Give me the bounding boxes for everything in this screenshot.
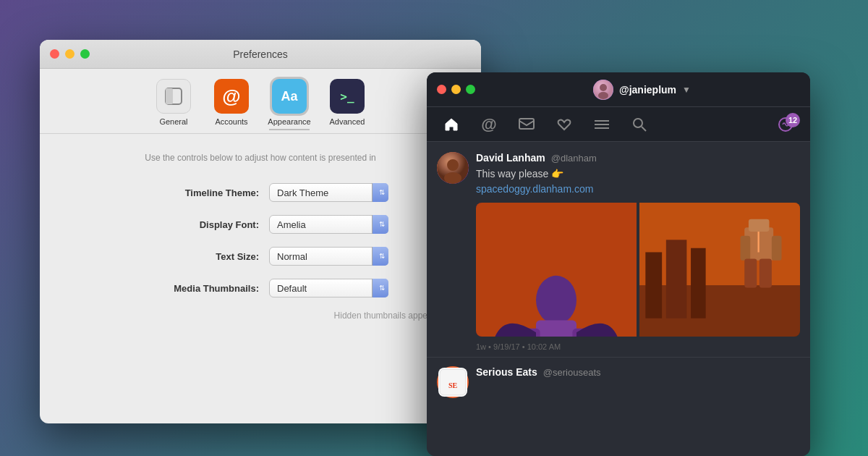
toolbar-item-advanced[interactable]: >_ Advanced bbox=[322, 79, 373, 126]
media-thumbnails-label: Media Thumbnails: bbox=[132, 283, 259, 294]
nav-home[interactable] bbox=[433, 110, 470, 139]
close-button[interactable] bbox=[50, 49, 59, 59]
tweet-image-right-top[interactable] bbox=[639, 203, 800, 337]
tweet-window: @janieplum ▼ @ bbox=[427, 72, 810, 456]
toolbar-item-appearance[interactable]: Aa Appearance bbox=[264, 79, 315, 126]
svg-point-9 bbox=[634, 119, 642, 127]
toolbar-item-accounts[interactable]: @ Accounts bbox=[206, 79, 257, 126]
tweet-author-avatar bbox=[437, 152, 469, 184]
user-avatar bbox=[593, 80, 613, 100]
accounts-label: Accounts bbox=[215, 117, 247, 126]
tweet-body: David Lanham @dlanham This way please 👉 … bbox=[476, 152, 800, 351]
appearance-label: Appearance bbox=[268, 117, 310, 126]
tweet-2-author-name: Serious Eats bbox=[476, 366, 537, 378]
tweet-username: @janieplum bbox=[619, 84, 676, 96]
search-icon bbox=[632, 117, 647, 132]
tweet-2-header: Serious Eats @seriouseats bbox=[476, 366, 800, 378]
prefs-content: Use the controls below to adjust how con… bbox=[40, 145, 481, 335]
svg-point-13 bbox=[447, 159, 459, 171]
window-controls bbox=[50, 49, 90, 59]
tweet-titlebar: @janieplum ▼ bbox=[427, 72, 810, 107]
svg-rect-41 bbox=[691, 248, 706, 318]
tweet-window-controls bbox=[437, 85, 475, 94]
svg-rect-39 bbox=[645, 252, 662, 318]
messages-icon bbox=[519, 118, 535, 131]
general-icon bbox=[163, 86, 184, 106]
text-size-select-wrapper: Normal Large Small ⇅ bbox=[269, 247, 388, 266]
media-thumbnails-select[interactable]: Default Hidden Always bbox=[269, 279, 388, 297]
tweet-nav: @ bbox=[427, 107, 810, 142]
nav-favorites[interactable] bbox=[545, 110, 583, 139]
prefs-title: Preferences bbox=[233, 48, 287, 60]
svg-rect-33 bbox=[749, 219, 770, 232]
accounts-icon-wrap: @ bbox=[214, 79, 249, 114]
tweet-user-header[interactable]: @janieplum ▼ bbox=[593, 80, 691, 100]
svg-text:SE: SE bbox=[448, 381, 458, 389]
tweet-images bbox=[476, 203, 800, 337]
text-size-row: Text Size: Normal Large Small ⇅ bbox=[61, 247, 459, 266]
appearance-icon: Aa bbox=[281, 89, 297, 104]
text-size-label: Text Size: bbox=[132, 251, 259, 262]
timeline-theme-select[interactable]: Dark Theme Light Theme bbox=[269, 183, 388, 202]
tweet-link[interactable]: spacedoggy.dlanham.com bbox=[476, 183, 593, 195]
media-thumbnails-select-wrapper: Default Hidden Always ⇅ bbox=[269, 279, 388, 297]
general-label: General bbox=[159, 117, 187, 126]
maximize-button[interactable] bbox=[80, 49, 90, 59]
svg-point-14 bbox=[444, 172, 461, 184]
svg-point-3 bbox=[600, 84, 607, 91]
author-avatar-image bbox=[437, 152, 469, 184]
toolbar-item-general[interactable]: General bbox=[148, 79, 199, 126]
accounts-icon: @ bbox=[222, 85, 240, 108]
tweet-item-2: SE Serious Eats @seriouseats bbox=[427, 358, 810, 407]
nav-mentions[interactable]: @ bbox=[470, 110, 508, 139]
svg-rect-37 bbox=[744, 259, 757, 288]
timeline-theme-select-wrapper: Dark Theme Light Theme ⇅ bbox=[269, 183, 388, 202]
advanced-icon: >_ bbox=[340, 90, 354, 104]
tweet-2-author-handle: @seriouseats bbox=[543, 367, 601, 378]
svg-rect-1 bbox=[166, 88, 173, 104]
advanced-label: Advanced bbox=[330, 117, 365, 126]
nav-messages[interactable] bbox=[508, 110, 545, 139]
tweet-maximize-button[interactable] bbox=[466, 85, 475, 94]
svg-rect-38 bbox=[760, 259, 772, 288]
serious-eats-avatar: SE bbox=[437, 366, 469, 398]
tweet-image-left[interactable] bbox=[476, 203, 637, 337]
text-size-select[interactable]: Normal Large Small bbox=[269, 247, 388, 266]
avatar-image bbox=[593, 80, 613, 100]
display-font-row: Display Font: Amelia Helvetica ⇅ bbox=[61, 215, 459, 234]
tweet-item: David Lanham @dlanham This way please 👉 … bbox=[427, 142, 810, 358]
nav-search[interactable] bbox=[621, 110, 658, 139]
svg-rect-35 bbox=[741, 236, 751, 261]
preferences-window: Preferences General @ Accounts Aa A bbox=[40, 40, 481, 423]
toolbar-separator bbox=[40, 133, 481, 134]
prefs-titlebar: Preferences bbox=[40, 40, 481, 69]
tweet-text: This way please 👉 spacedoggy.dlanham.com bbox=[476, 166, 800, 197]
general-icon-wrap bbox=[156, 79, 191, 114]
tweet-minimize-button[interactable] bbox=[451, 85, 461, 94]
tweet-2-body: Serious Eats @seriouseats bbox=[476, 366, 800, 398]
tweet-image-art-right-top bbox=[639, 203, 800, 337]
prefs-footer-text: Hidden thumbnails appear af bbox=[61, 311, 459, 321]
svg-rect-36 bbox=[772, 236, 782, 261]
svg-rect-19 bbox=[536, 321, 576, 337]
home-icon bbox=[443, 117, 459, 132]
lists-icon bbox=[594, 118, 610, 131]
notification-badge: 12 bbox=[786, 113, 800, 127]
timeline-theme-label: Timeline Theme: bbox=[132, 187, 259, 198]
tweet-feed: David Lanham @dlanham This way please 👉 … bbox=[427, 142, 810, 456]
svg-line-10 bbox=[642, 127, 646, 131]
prefs-description: Use the controls below to adjust how con… bbox=[61, 153, 459, 163]
tweet-close-button[interactable] bbox=[437, 85, 446, 94]
nav-lists[interactable] bbox=[583, 110, 621, 139]
appearance-icon-wrap: Aa bbox=[272, 79, 307, 114]
display-font-select[interactable]: Amelia Helvetica bbox=[269, 215, 388, 234]
advanced-icon-wrap: >_ bbox=[330, 79, 365, 114]
user-dropdown-icon[interactable]: ▼ bbox=[682, 85, 691, 95]
svg-point-18 bbox=[536, 276, 576, 324]
prefs-toolbar: General @ Accounts Aa Appearance >_ Adva… bbox=[40, 69, 481, 133]
svg-rect-5 bbox=[519, 119, 534, 129]
minimize-button[interactable] bbox=[65, 49, 75, 59]
favorites-icon bbox=[556, 117, 572, 132]
tweet-author-name: David Lanham bbox=[476, 152, 545, 164]
tweet-image-art-left bbox=[476, 203, 637, 337]
